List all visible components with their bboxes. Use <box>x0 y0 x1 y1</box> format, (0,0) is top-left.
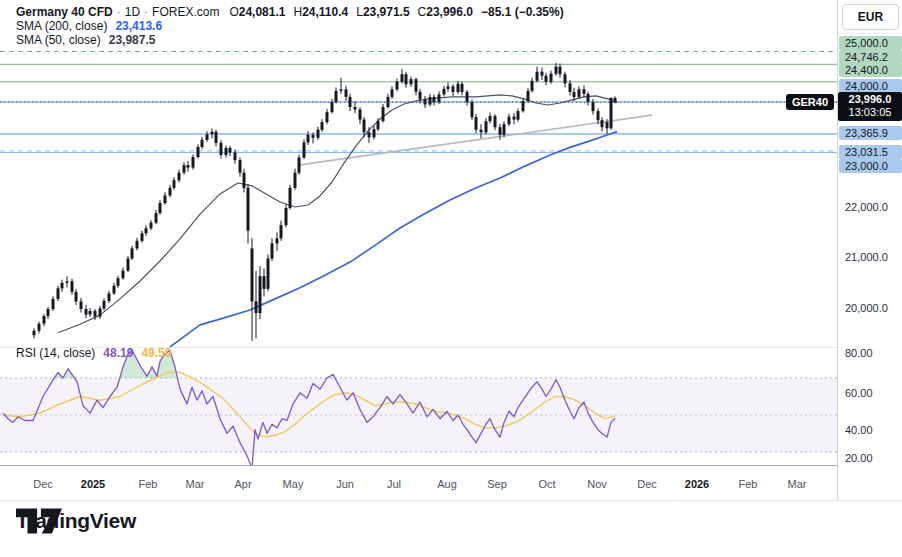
price-scale-label: 20.00 <box>839 451 902 465</box>
change-value: −85.1 (−0.35%) <box>481 5 564 19</box>
time-axis-label: Dec <box>33 478 53 490</box>
price-scale-label: 25,000.0 <box>839 36 902 50</box>
time-axis-label: May <box>283 478 304 490</box>
time-axis[interactable]: Dec2025FebMarAprMayJunJulAugSepOctNovDec… <box>0 466 837 500</box>
time-axis-label: Aug <box>437 478 457 490</box>
separator: · <box>144 5 148 19</box>
sma50-label: SMA (50, close) <box>16 33 101 47</box>
time-axis-label: Mar <box>788 478 807 490</box>
rsi-value: 48.19 <box>103 346 133 360</box>
sma200-value: 23,413.6 <box>115 19 162 33</box>
sma50-row[interactable]: SMA (50, close) 23,987.5 <box>16 33 564 47</box>
sma200-line[interactable] <box>170 132 617 347</box>
time-axis-label: Jun <box>336 478 354 490</box>
price-scale-label: 23,365.9 <box>839 126 902 140</box>
tradingview-logo[interactable]: TradingView <box>16 509 136 533</box>
symbol-row[interactable]: Germany 40 CFD · 1D · FOREX.com O24,081.… <box>16 5 564 19</box>
axis-divider <box>838 33 902 34</box>
time-axis-label: Jul <box>387 478 401 490</box>
time-axis-label: 2025 <box>81 478 105 490</box>
exchange-label: FOREX.com <box>152 5 219 19</box>
sma200-row[interactable]: SMA (200, close) 23,413.6 <box>16 19 564 33</box>
separator: · <box>117 5 121 19</box>
time-axis-label: Oct <box>538 478 555 490</box>
price-scale-label: 80.00 <box>839 346 902 360</box>
price-scale-label: 21,000.0 <box>839 250 902 264</box>
legend: Germany 40 CFD · 1D · FOREX.com O24,081.… <box>16 5 564 47</box>
price-scale-label: 24,746.2 <box>839 50 902 64</box>
time-axis-label: Sep <box>487 478 507 490</box>
ohlc-values: O24,081.1 H24,110.4 L23,971.5 C23,996.0 <box>229 5 473 19</box>
time-axis-label: Feb <box>739 478 758 490</box>
last-price: 23,996.0 <box>838 93 902 106</box>
time-axis-label: Dec <box>637 478 657 490</box>
price-scale-label: 60.00 <box>839 386 902 400</box>
interval-label: 1D <box>125 5 140 19</box>
sma50-line[interactable] <box>58 95 617 333</box>
time-axis-separator <box>0 465 902 466</box>
bar-countdown: 13:03:05 <box>838 106 902 119</box>
price-scale-label: 22,000.0 <box>839 200 902 214</box>
price-scale[interactable]: EUR 25,000.024,746.224,400.024,000.023,3… <box>837 0 902 500</box>
price-scale-label: 20,000.0 <box>839 301 902 315</box>
rsi-ma-value: 49.50 <box>141 346 171 360</box>
tradingview-mark-icon <box>16 508 62 534</box>
symbol-title: Germany 40 CFD <box>16 5 113 19</box>
chart-window: Germany 40 CFD · 1D · FOREX.com O24,081.… <box>0 0 902 557</box>
price-scale-label: 24,000.0 <box>839 79 902 93</box>
rsi-label: RSI (14, close) <box>16 346 95 360</box>
time-axis-label: Feb <box>139 478 158 490</box>
sma50-value: 23,987.5 <box>109 33 156 47</box>
sma200-label: SMA (200, close) <box>16 19 107 33</box>
price-scale-label: 24,400.0 <box>839 63 902 77</box>
rsi-legend[interactable]: RSI (14, close) 48.19 49.50 <box>16 346 171 360</box>
price-scale-label: 40.00 <box>839 423 902 437</box>
time-axis-label: Mar <box>186 478 205 490</box>
price-scale-label: 23,000.0 <box>839 159 902 173</box>
symbol-price-badge: GER40 <box>786 94 834 110</box>
time-axis-label: 2026 <box>685 478 709 490</box>
time-axis-label: Apr <box>234 478 251 490</box>
time-axis-label: Nov <box>587 478 607 490</box>
currency-button[interactable]: EUR <box>842 4 899 30</box>
rsi-pane[interactable] <box>0 347 837 466</box>
price-scale-label: 23,031.5 <box>839 145 902 159</box>
price-pane[interactable] <box>0 0 837 347</box>
bottom-divider <box>0 500 902 501</box>
last-price-badge: 23,996.0 13:03:05 <box>838 92 902 121</box>
